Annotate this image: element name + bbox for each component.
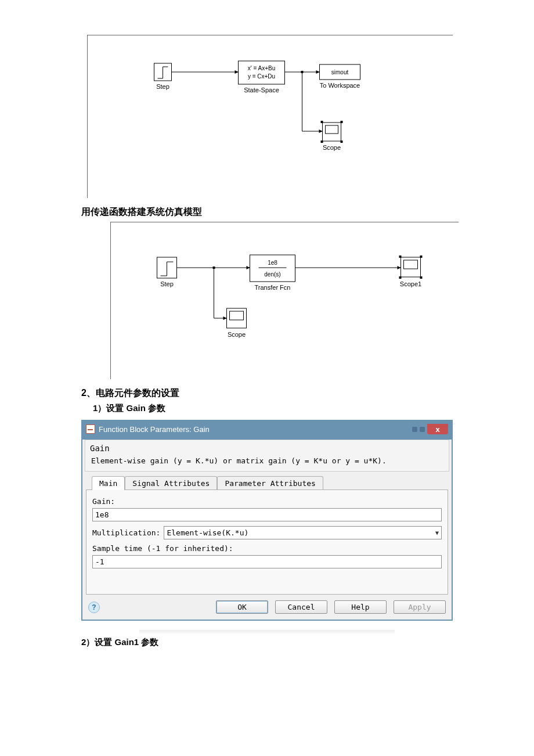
ss-eq1: x' = Ax+Bu — [248, 65, 276, 71]
scope1-block: Scope1 — [399, 255, 423, 287]
svg-rect-14 — [341, 121, 343, 123]
sample-time-label: Sample time (-1 for inherited): — [92, 544, 442, 553]
ss-eq2: y = Cx+Du — [248, 73, 275, 80]
dialog-reflection — [139, 630, 395, 633]
svg-rect-12 — [326, 125, 338, 134]
ss-label: State-Space — [244, 87, 279, 93]
connector — [213, 267, 227, 320]
section-2-sub-1: 1）设置 Gain 参数 — [93, 403, 453, 414]
dialog-tabs: Main Signal Attributes Parameter Attribu… — [86, 476, 448, 595]
svg-marker-23 — [398, 266, 401, 269]
cancel-button[interactable]: Cancel — [275, 600, 327, 614]
svg-rect-3 — [239, 61, 285, 84]
simulink-diagram-state-space: Step x' = Ax+Bu y = Cx+Du State-Space — [87, 35, 453, 198]
svg-marker-2 — [235, 70, 239, 74]
section-2-title: 2、电路元件参数的设置 — [81, 387, 453, 399]
dialog-button-row: ? OK Cancel Help Apply — [82, 595, 452, 620]
svg-marker-19 — [247, 266, 250, 269]
step-label: Step — [156, 83, 169, 90]
svg-rect-27 — [420, 255, 423, 258]
dialog-icon — [86, 424, 95, 434]
tf-label: Transfer Fcn — [255, 284, 291, 291]
gain-dialog: Function Block Parameters: Gain x Gain E… — [81, 420, 453, 621]
help-icon[interactable]: ? — [88, 602, 100, 613]
document-page: Step x' = Ax+Bu y = Cx+Du State-Space — [0, 0, 534, 689]
sample-time-input[interactable] — [92, 555, 442, 568]
gain-label: Gain: — [92, 497, 442, 506]
svg-rect-16 — [341, 141, 343, 143]
connector — [295, 266, 401, 269]
step-label: Step — [160, 280, 174, 287]
dialog-title-text: Function Block Parameters: Gain — [99, 425, 210, 434]
gain-input[interactable] — [92, 508, 442, 521]
connector — [172, 70, 239, 74]
maximize-icon[interactable] — [420, 427, 425, 432]
transfer-fcn-block: 1e8 den(s) Transfer Fcn — [250, 255, 295, 291]
svg-rect-25 — [404, 260, 418, 269]
svg-rect-28 — [399, 276, 402, 279]
connector — [301, 71, 323, 133]
svg-rect-13 — [321, 121, 323, 123]
svg-rect-20 — [250, 255, 295, 282]
tf-num: 1e8 — [268, 260, 277, 266]
svg-marker-33 — [223, 316, 227, 320]
ok-button[interactable]: OK — [216, 600, 268, 614]
tab-main[interactable]: Main — [92, 476, 125, 490]
close-button[interactable]: x — [427, 424, 448, 434]
scope-label: Scope — [228, 331, 246, 338]
dialog-body: Gain Element-wise gain (y = K.*u) or mat… — [82, 440, 452, 620]
to-workspace-label: To Workspace — [320, 82, 360, 89]
section-2-sub-2: 2）设置 Gain1 参数 — [81, 637, 453, 648]
apply-button[interactable]: Apply — [394, 600, 446, 614]
state-space-block: x' = Ax+Bu y = Cx+Du State-Space — [239, 61, 285, 93]
svg-rect-35 — [230, 311, 244, 320]
to-workspace-block: simout To Workspace — [320, 64, 360, 89]
multiplication-label: Multiplication: — [92, 528, 160, 537]
minimize-icon[interactable] — [412, 427, 417, 432]
tf-den: den(s) — [264, 271, 280, 278]
svg-marker-5 — [316, 70, 320, 74]
svg-rect-15 — [321, 141, 323, 143]
dialog-header-section: Gain Element-wise gain (y = K.*u) or mat… — [85, 440, 449, 471]
scope-label: Scope — [323, 144, 341, 151]
chevron-down-icon: ▼ — [435, 530, 439, 536]
svg-rect-26 — [399, 255, 402, 258]
caption-transfer-fcn: 用传递函数搭建系统仿真模型 — [81, 206, 453, 218]
simulink-diagram-transfer-fcn: Step 1e8 den(s) Transfer Fcn — [110, 222, 459, 379]
tab-signal-attributes[interactable]: Signal Attributes — [125, 476, 217, 490]
simout-text: simout — [331, 69, 349, 75]
scope-block: Scope — [321, 121, 343, 151]
svg-marker-10 — [319, 129, 323, 133]
block-name: Gain — [85, 440, 449, 454]
scope1-label: Scope1 — [400, 280, 421, 287]
tab-pane-main: Gain: Multiplication: Element-wise(K.*u)… — [86, 489, 448, 595]
tab-parameter-attributes[interactable]: Parameter Attributes — [217, 476, 323, 490]
multiplication-select[interactable]: Element-wise(K.*u) ▼ — [164, 526, 442, 539]
step-block: Step — [157, 257, 177, 287]
help-button[interactable]: Help — [334, 600, 387, 614]
multiplication-value: Element-wise(K.*u) — [167, 528, 248, 537]
step-block: Step — [154, 63, 172, 90]
dialog-titlebar: Function Block Parameters: Gain x — [82, 421, 452, 437]
block-description: Element-wise gain (y = K.*u) or matrix g… — [85, 454, 449, 471]
svg-rect-29 — [420, 276, 423, 279]
scope-block: Scope — [227, 308, 247, 338]
